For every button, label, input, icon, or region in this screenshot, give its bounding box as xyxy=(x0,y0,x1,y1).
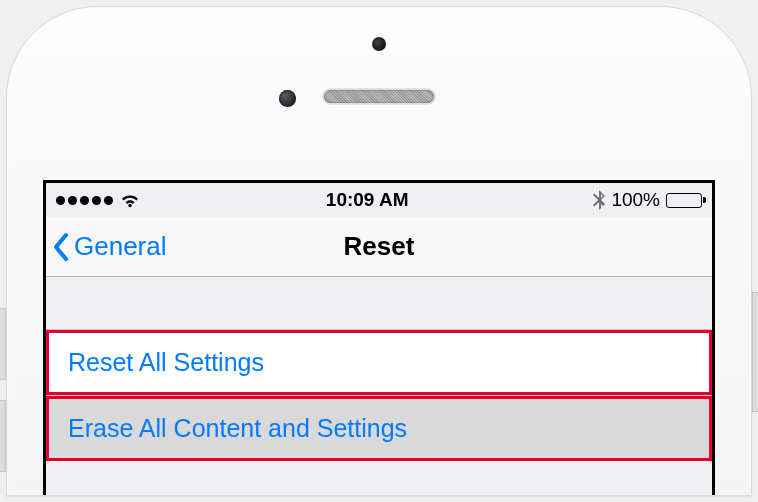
erase-all-content-row[interactable]: Erase All Content and Settings xyxy=(46,395,712,461)
back-label: General xyxy=(74,231,167,262)
chevron-left-icon xyxy=(52,231,72,263)
cellular-signal-icon xyxy=(56,196,113,205)
proximity-sensor xyxy=(372,37,386,51)
reset-all-settings-row[interactable]: Reset All Settings xyxy=(46,329,712,395)
reset-options-list: Reset All Settings Erase All Content and… xyxy=(46,329,712,461)
wifi-icon xyxy=(119,192,141,208)
front-camera xyxy=(279,90,296,107)
list-item-label: Erase All Content and Settings xyxy=(68,414,407,443)
hardware-power-button xyxy=(752,292,758,412)
status-left xyxy=(56,192,141,208)
back-button[interactable]: General xyxy=(46,231,167,263)
list-item-label: Reset All Settings xyxy=(68,348,264,377)
nav-bar: General Reset xyxy=(46,217,712,277)
status-time: 10:09 AM xyxy=(326,189,409,211)
battery-icon xyxy=(666,193,702,208)
bluetooth-icon xyxy=(593,190,605,210)
battery-percentage: 100% xyxy=(611,189,660,211)
phone-body: 10:09 AM 100% xyxy=(6,6,752,496)
status-right: 100% xyxy=(593,189,702,211)
screen: 10:09 AM 100% xyxy=(43,180,715,495)
device-frame: 10:09 AM 100% xyxy=(0,0,758,502)
earpiece-speaker xyxy=(324,90,434,103)
status-bar: 10:09 AM 100% xyxy=(46,183,712,217)
